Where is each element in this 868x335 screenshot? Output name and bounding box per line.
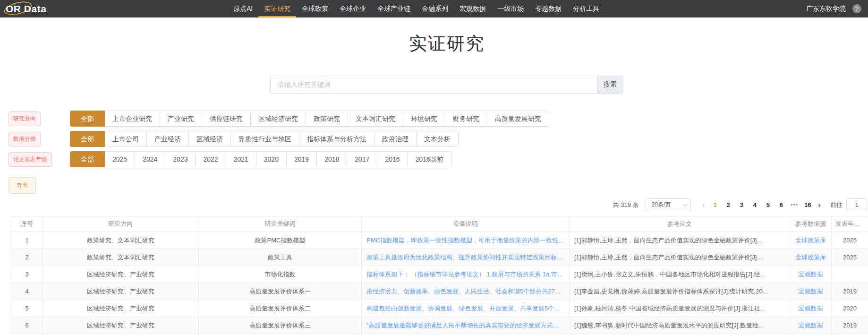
filter-option[interactable]: 2016 xyxy=(377,151,408,167)
cell-keyword: 市场化指数 xyxy=(199,266,362,283)
column-header-label: 参考数据源 xyxy=(795,220,826,227)
cell-publish-year xyxy=(832,266,868,283)
cell-direction: 政策研究、文本词汇研究 xyxy=(43,232,199,249)
cell-no: 1 xyxy=(11,232,43,249)
goto-page: 前往 xyxy=(830,198,867,211)
page-size-select[interactable]: 20条/页 xyxy=(646,198,691,211)
filter-option[interactable]: 2018 xyxy=(316,151,347,167)
cell-publish-year: 2025 xyxy=(832,232,868,249)
filter-option[interactable]: 政府治理 xyxy=(374,131,417,147)
cell-data-source[interactable]: 全球政策库 xyxy=(790,232,832,249)
search-button[interactable]: 搜索 xyxy=(597,76,623,94)
nav-item-7[interactable]: 宏观数据 xyxy=(459,0,487,17)
filter-option[interactable]: 2019 xyxy=(286,151,317,167)
filter-option[interactable]: 全部 xyxy=(70,131,105,147)
page-number[interactable]: 4 xyxy=(748,201,761,208)
filter-option[interactable]: 2022 xyxy=(195,151,226,167)
filter-option[interactable]: 区域经济研究 xyxy=(250,111,306,127)
pagination: 共 319 条 20条/页 ‹ 123456•••16 › 前往 xyxy=(0,198,867,211)
column-header-label: 研究关键词 xyxy=(265,220,296,227)
logo[interactable]: OR Data xyxy=(6,0,62,17)
page-number[interactable]: 5 xyxy=(761,201,774,208)
page-size-value: 20条/页 xyxy=(652,201,671,209)
filter-label-wrap: 论文发表年份 xyxy=(0,152,70,167)
filter-option[interactable]: 异质性行业与地区 xyxy=(230,131,299,147)
cell-variable-desc[interactable]: "高质量发展是能够更好满足人民不断增长的真实需要的经济发展方式、结构和动力状态.… xyxy=(362,317,570,334)
cell-publish-year: 2019 xyxy=(832,317,868,334)
nav-item-8[interactable]: 一级市场 xyxy=(496,0,525,17)
filter-label: 论文发表年份 xyxy=(9,152,52,167)
nav-item-1[interactable]: 原点AI xyxy=(232,0,254,17)
cell-reference-paper: [1]孙豪,桂河清,杨冬.中国省域经济高质量发展的测度与评价[J].浙江社... xyxy=(570,300,790,317)
nav-item-3[interactable]: 全球政策 xyxy=(301,0,329,17)
filter-option[interactable]: 2024 xyxy=(135,151,165,167)
page-number[interactable]: 6 xyxy=(774,201,788,208)
page-number[interactable]: 3 xyxy=(735,201,748,208)
page-title: 实证研究 xyxy=(0,32,868,56)
nav-item-10[interactable]: 分析工具 xyxy=(572,0,600,17)
filter-option[interactable]: 环境研究 xyxy=(403,111,445,127)
cell-direction: 区域经济研究、产业研究 xyxy=(43,317,199,334)
table-row: 2政策研究、文本词汇研究政策工具政策工具是政府为优化政策结构、提升政策协同性并实… xyxy=(11,249,868,266)
sort-caret-icon[interactable] xyxy=(862,222,866,227)
prev-page-icon[interactable]: ‹ xyxy=(698,201,709,209)
filter-option[interactable]: 供应链研究 xyxy=(202,111,251,127)
filter-option[interactable]: 文本词汇研究 xyxy=(348,111,403,127)
filter-option[interactable]: 高质量发展研究 xyxy=(487,111,549,127)
filter-option[interactable]: 2020 xyxy=(256,151,287,167)
filter-option[interactable]: 2016以前 xyxy=(408,151,451,167)
cell-keyword: 政策工具 xyxy=(199,249,362,266)
cell-keyword: 高质量发展评价体系一 xyxy=(199,283,362,300)
help-icon[interactable]: ? xyxy=(852,4,861,13)
nav-item-4[interactable]: 全球企业 xyxy=(339,0,367,17)
filter-option[interactable]: 全部 xyxy=(70,151,105,167)
cell-data-source[interactable]: 全球政策库 xyxy=(790,249,832,266)
filter-option[interactable]: 上市企业研究 xyxy=(104,111,160,127)
column-header: 参考数据源 xyxy=(790,216,832,232)
page-number[interactable]: 1 xyxy=(708,201,722,208)
next-page-icon[interactable]: › xyxy=(814,201,825,209)
cell-direction: 区域经济研究、产业研究 xyxy=(43,266,199,283)
cell-variable-desc[interactable]: 构建包括由创新发展、协调发展、绿色发展、开放发展、共享发展5个维度的评价体系。 xyxy=(362,300,570,317)
filter-option[interactable]: 全部 xyxy=(70,111,105,127)
filter-option[interactable]: 财务研究 xyxy=(445,111,487,127)
filter-option[interactable]: 产业经济 xyxy=(146,131,189,147)
filter-option[interactable]: 文本分析 xyxy=(416,131,459,147)
filter-option[interactable]: 区域经济 xyxy=(188,131,231,147)
filter-label: 研究方向 xyxy=(9,112,41,126)
cell-publish-year: 2019 xyxy=(832,283,868,300)
column-header-label: 发表年份 xyxy=(835,220,860,227)
nav-item-9[interactable]: 专题数据 xyxy=(534,0,562,17)
cell-no: 4 xyxy=(11,283,43,300)
nav-item-5[interactable]: 全球产业链 xyxy=(376,0,411,17)
filter-option[interactable]: 2017 xyxy=(347,151,377,167)
cell-variable-desc[interactable]: 由经济活力、创新效率、绿色发展、人民生活、社会和谐5个部分共27项指标构成的高质… xyxy=(362,283,570,300)
search-input[interactable] xyxy=(270,76,597,94)
goto-page-input[interactable] xyxy=(846,198,867,211)
filter-option[interactable]: 2021 xyxy=(226,151,256,167)
cell-direction: 区域经济研究、产业研究 xyxy=(43,283,199,300)
cell-data-source[interactable]: 宏观数据 xyxy=(790,283,832,300)
page-number[interactable]: 16 xyxy=(801,201,814,208)
nav-item-6[interactable]: 金融系列 xyxy=(421,0,449,17)
filter-option[interactable]: 2025 xyxy=(104,151,135,167)
more-pages-icon[interactable]: ••• xyxy=(788,201,801,208)
cell-data-source[interactable]: 宏观数据 xyxy=(790,317,832,334)
nav-item-2[interactable]: 实证研究 xyxy=(263,0,291,17)
cell-variable-desc[interactable]: 指标体系如下： （指标细节详见参考论文） 1.政府与市场的关系 1a.市场分配资… xyxy=(362,266,570,283)
filter-label: 数据分类 xyxy=(9,132,41,146)
cell-data-source[interactable]: 宏观数据 xyxy=(790,300,832,317)
filter-option[interactable]: 指标体系与分析方法 xyxy=(299,131,374,147)
page-number[interactable]: 2 xyxy=(722,201,735,208)
filter-option[interactable]: 产业研究 xyxy=(160,111,202,127)
export-button[interactable]: 导出 xyxy=(9,177,36,194)
filter-option[interactable]: 上市公司 xyxy=(104,131,147,147)
cell-variable-desc[interactable]: 政策工具是政府为优化政策结构、提升政策协同性并实现特定政策目标而采用的系统性..… xyxy=(362,249,570,266)
org-name[interactable]: 广东东软学院 xyxy=(806,5,846,13)
column-header[interactable]: 发表年份 xyxy=(832,216,868,232)
filter-option[interactable]: 政策研究 xyxy=(306,111,348,127)
cell-no: 3 xyxy=(11,266,43,283)
cell-data-source[interactable]: 宏观数据 xyxy=(790,266,832,283)
cell-variable-desc[interactable]: PMC指数模型，即政策一致性指数模型，可用于衡量政策的内部一致性，其结果反映了.… xyxy=(362,232,570,249)
filter-option[interactable]: 2023 xyxy=(165,151,196,167)
